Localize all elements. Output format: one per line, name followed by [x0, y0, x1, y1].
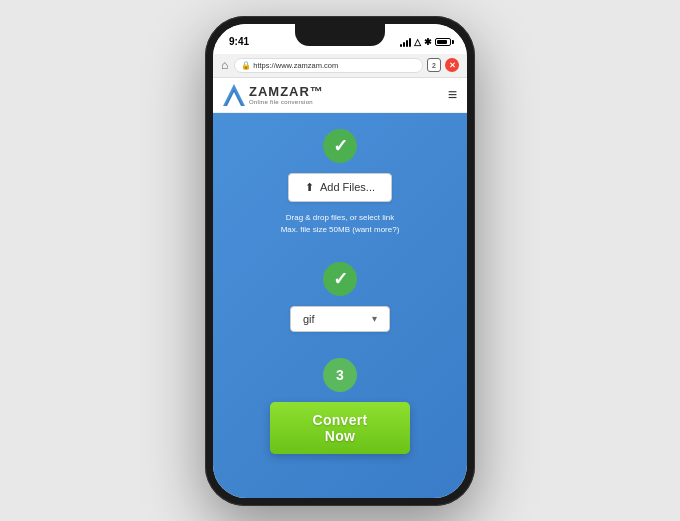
hamburger-menu-icon[interactable]: ≡ [448, 86, 457, 104]
signal-icon [400, 37, 411, 47]
browser-tab-count[interactable]: 2 [427, 58, 441, 72]
site-header: ZAMZAR™ Online file conversion ≡ [213, 78, 467, 113]
browser-close-button[interactable]: ✕ [445, 58, 459, 72]
step3-number: 3 [336, 367, 344, 383]
step2-checkmark: ✓ [333, 268, 348, 290]
add-files-label: Add Files... [320, 181, 375, 193]
step1-circle: ✓ [323, 129, 357, 163]
step3-circle: 3 [323, 358, 357, 392]
browser-back-icon[interactable]: ⌂ [221, 58, 228, 72]
battery-icon [435, 38, 451, 46]
add-files-button[interactable]: ⬆ Add Files... [288, 173, 392, 202]
browser-bar[interactable]: ⌂ 🔒 https://www.zamzam.com 2 ✕ [213, 54, 467, 78]
upload-icon: ⬆ [305, 181, 314, 194]
phone-notch [295, 24, 385, 46]
zamzar-logo-icon [223, 84, 245, 106]
browser-url-bar[interactable]: 🔒 https://www.zamzam.com [234, 58, 423, 73]
zamzar-logo[interactable]: ZAMZAR™ Online file conversion [223, 84, 324, 106]
status-icons: △ ✱ [400, 37, 451, 47]
zamzar-tagline: Online file conversion [249, 99, 324, 105]
step2-circle: ✓ [323, 262, 357, 296]
drag-drop-hint: Drag & drop files, or select link Max. f… [281, 212, 400, 236]
phone-frame: 9:41 △ ✱ ⌂ 🔒 https://www.zamzam.c [205, 16, 475, 506]
status-time: 9:41 [229, 36, 249, 47]
step1-checkmark: ✓ [333, 135, 348, 157]
phone-screen: 9:41 △ ✱ ⌂ 🔒 https://www.zamzam.c [213, 24, 467, 498]
bluetooth-icon: ✱ [424, 37, 432, 47]
zamzar-brand-name: ZAMZAR™ [249, 84, 324, 99]
lock-icon: 🔒 [241, 61, 251, 70]
wifi-icon: △ [414, 37, 421, 47]
url-text: https://www.zamzam.com [253, 61, 338, 70]
main-content-area: ✓ ⬆ Add Files... Drag & drop files, or s… [213, 113, 467, 498]
format-dropdown[interactable]: gif ▾ [290, 306, 390, 332]
format-value: gif [303, 313, 315, 325]
zamzar-logo-text: ZAMZAR™ Online file conversion [249, 84, 324, 105]
dropdown-arrow-icon: ▾ [372, 313, 377, 324]
convert-now-button[interactable]: Convert Now [270, 402, 410, 454]
